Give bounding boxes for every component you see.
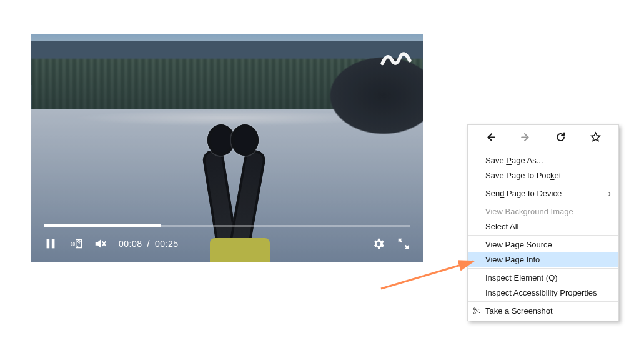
svg-text:10: 10 (71, 242, 76, 246)
replay-10-button[interactable]: 10 (69, 237, 82, 251)
forward-icon[interactable] (520, 131, 532, 143)
menu-separator (468, 184, 618, 184)
svg-rect-0 (47, 239, 50, 249)
scissors-icon (472, 306, 482, 316)
menu-item-view-page-info[interactable]: View Page Info (468, 252, 618, 267)
svg-rect-3 (76, 239, 82, 248)
time-current: 00:08 (119, 239, 142, 249)
svg-line-12 (381, 261, 473, 289)
menu-item-label: Inspect Element (Q) (485, 273, 558, 282)
menu-item-take-a-screenshot[interactable]: Take a Screenshot (468, 303, 618, 318)
menu-item-label: Select All (485, 222, 518, 231)
menu-item-select-all[interactable]: Select All (468, 219, 618, 234)
menu-item-label: View Page Source (485, 240, 552, 249)
menu-item-label: Inspect Accessibility Properties (485, 288, 597, 298)
menu-item-view-page-source[interactable]: View Page Source (468, 237, 618, 252)
menu-item-label: Take a Screenshot (485, 306, 553, 316)
svg-line-11 (475, 308, 480, 312)
menu-item-save-page-to-pocket[interactable]: Save Page to Pocket (468, 168, 618, 182)
back-icon[interactable] (485, 131, 497, 143)
menu-item-label: Send Page to Device (485, 189, 562, 198)
menu-item-label: View Page Info (485, 255, 540, 264)
menu-item-save-page-as[interactable]: Save Page As... (468, 152, 618, 168)
menu-separator (468, 268, 618, 269)
menu-item-send-page-to-device[interactable]: Send Page to Device› (468, 186, 618, 201)
context-menu[interactable]: Save Page As...Save Page to PocketSend P… (467, 124, 619, 321)
menu-separator (468, 202, 618, 202)
fullscreen-button[interactable] (397, 237, 410, 251)
menu-separator (468, 235, 618, 236)
reload-icon[interactable] (555, 131, 567, 143)
menu-item-view-background-image: View Background Image (468, 204, 618, 219)
watermark-wave-icon (380, 45, 412, 72)
chevron-right-icon: › (608, 189, 611, 198)
menu-separator (468, 301, 618, 302)
menu-item-label: Save Page to Pocket (485, 171, 561, 180)
menu-item-inspect-element-q[interactable]: Inspect Element (Q) (468, 270, 618, 285)
svg-rect-1 (52, 239, 55, 249)
pause-button[interactable] (44, 237, 57, 251)
settings-button[interactable] (372, 237, 385, 251)
player-controls: 10 00:08 / 00:25 (31, 225, 423, 262)
mute-button[interactable] (94, 237, 107, 251)
menu-item-label: View Background Image (485, 207, 573, 216)
progress-bar[interactable] (44, 225, 410, 227)
annotation-arrow (376, 256, 482, 294)
menu-item-inspect-accessibility-properties[interactable]: Inspect Accessibility Properties (468, 285, 618, 300)
time-total: 00:25 (155, 239, 179, 249)
svg-line-10 (475, 309, 480, 313)
menu-separator (468, 151, 618, 151)
context-menu-nav (468, 128, 618, 149)
bookmark-star-icon[interactable] (590, 131, 602, 143)
menu-item-label: Save Page As... (485, 156, 543, 165)
time-separator: / (147, 239, 150, 249)
video-player[interactable]: 10 00:08 / 00:25 (31, 34, 423, 262)
